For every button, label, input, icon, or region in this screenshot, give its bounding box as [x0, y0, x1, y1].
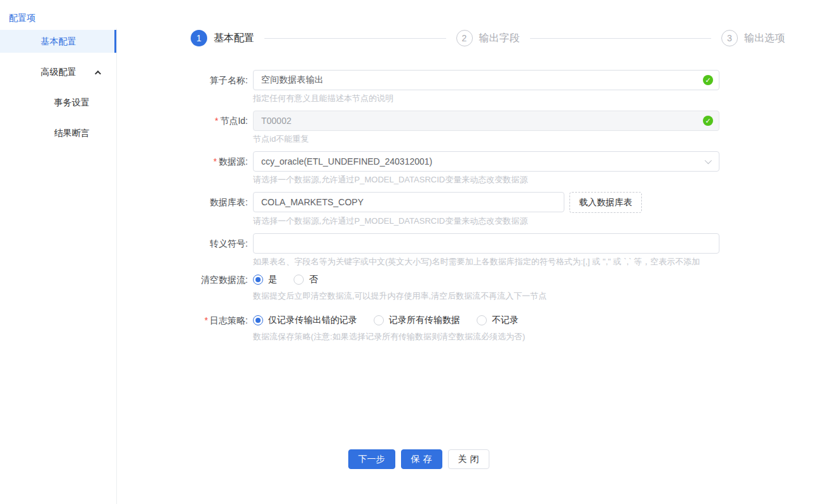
- field-label: *节点Id:: [191, 111, 248, 144]
- field-helper-text: 指定任何有意义且能描述本节点的说明: [253, 94, 719, 103]
- sidebar-item-advanced-config[interactable]: 高级配置: [0, 60, 116, 83]
- radio-unselected-icon: [477, 315, 487, 325]
- field-label: 清空数据流:: [191, 274, 248, 301]
- main-content: 1 基本配置 2 输出字段 3 输出选项 算子名称: ✓: [191, 30, 785, 341]
- sidebar-item-label: 基本配置: [41, 36, 76, 46]
- chevron-down-icon: [705, 157, 712, 164]
- escape-symbol-input[interactable]: [253, 233, 719, 254]
- radio-unselected-icon: [374, 315, 384, 325]
- field-datasource: *数据源: ccy_oracle(ETL_UNDEFINED_240312001…: [191, 151, 785, 184]
- step-connector: [530, 38, 712, 39]
- step-number: 1: [191, 30, 207, 46]
- step-basic-config[interactable]: 1 基本配置: [191, 30, 254, 46]
- field-label: *数据源:: [191, 151, 248, 184]
- required-asterisk: *: [214, 156, 217, 167]
- node-id-input: [253, 111, 719, 131]
- sidebar-item-result-assertion[interactable]: 结果断言: [0, 121, 116, 144]
- required-asterisk: *: [205, 315, 208, 325]
- datasource-select[interactable]: ccy_oracle(ETL_UNDEFINED_240312001): [253, 151, 719, 172]
- field-label: 算子名称:: [191, 70, 248, 103]
- radio-clear-stream-no[interactable]: 否: [294, 274, 318, 285]
- step-output-options[interactable]: 3 输出选项: [721, 30, 785, 46]
- field-clear-stream: 清空数据流: 是 否 数据提交后立即清空数据流,可以提升内存使用率,清空后数据流…: [191, 274, 785, 301]
- field-label: *日志策略:: [191, 315, 248, 341]
- radio-unselected-icon: [294, 275, 304, 285]
- datasource-selected-value: ccy_oracle(ETL_UNDEFINED_240312001): [261, 156, 432, 167]
- sidebar: 基本配置 高级配置 事务设置 结果断言: [0, 29, 117, 504]
- operator-config-page: 配置项 基本配置 高级配置 事务设置 结果断言 1 基本配置 2 输出字段: [0, 0, 837, 504]
- radio-selected-icon: [253, 275, 263, 285]
- step-number: 2: [456, 30, 473, 46]
- radio-clear-stream-yes[interactable]: 是: [253, 274, 277, 285]
- field-label: 数据库表:: [191, 192, 248, 226]
- step-label: 输出选项: [744, 32, 785, 45]
- field-node-id: *节点Id: ✓ 节点id不能重复: [191, 111, 785, 144]
- field-helper-text: 节点id不能重复: [253, 135, 719, 144]
- radio-selected-icon: [253, 315, 263, 325]
- sidebar-item-label: 结果断言: [54, 128, 90, 138]
- field-helper-text: 数据流保存策略(注意:如果选择记录所有传输数据则清空数据流必须选为否): [253, 332, 719, 341]
- field-helper-text: 数据提交后立即清空数据流,可以提升内存使用率,清空后数据流不再流入下一节点: [253, 292, 719, 301]
- field-label: 转义符号:: [191, 233, 248, 266]
- step-output-fields[interactable]: 2 输出字段: [456, 30, 520, 46]
- field-helper-text: 如果表名、字段名等为关键字或中文(英文大小写)名时需要加上各数据库指定的符号格式…: [253, 257, 719, 266]
- save-button[interactable]: 保存: [401, 449, 442, 469]
- required-asterisk: *: [215, 116, 218, 126]
- radio-log-all-data[interactable]: 记录所有传输数据: [374, 315, 460, 326]
- field-helper-text: 请选择一个数据源,允许通过P_MODEL_DATASRCID变量来动态改变数据源: [253, 175, 719, 184]
- config-form: 算子名称: ✓ 指定任何有意义且能描述本节点的说明 *节点Id: ✓: [191, 70, 785, 341]
- close-button[interactable]: 关闭: [448, 449, 489, 469]
- sidebar-item-basic-config[interactable]: 基本配置: [0, 30, 116, 53]
- load-db-tables-button[interactable]: 载入数据库表: [569, 192, 642, 213]
- field-operator-name: 算子名称: ✓ 指定任何有意义且能描述本节点的说明: [191, 70, 785, 103]
- field-helper-text: 请选择一个数据源,允许通过P_MODEL_DATASRCID变量来动态改变数据源: [253, 217, 719, 226]
- config-items-link[interactable]: 配置项: [9, 13, 36, 24]
- footer-actions: 下一步 保存 关闭: [0, 449, 837, 469]
- step-wizard: 1 基本配置 2 输出字段 3 输出选项: [191, 30, 785, 46]
- sidebar-item-label: 事务设置: [54, 97, 90, 107]
- step-connector: [264, 38, 446, 39]
- sidebar-item-transaction-settings[interactable]: 事务设置: [0, 91, 116, 114]
- chevron-up-icon: [95, 71, 101, 77]
- next-step-button[interactable]: 下一步: [348, 449, 395, 469]
- step-label: 输出字段: [479, 32, 520, 45]
- valid-check-icon: ✓: [703, 116, 713, 126]
- operator-name-input[interactable]: [253, 70, 719, 90]
- db-table-input[interactable]: [253, 192, 564, 212]
- step-label: 基本配置: [214, 32, 254, 45]
- valid-check-icon: ✓: [703, 75, 713, 85]
- step-number: 3: [721, 30, 738, 46]
- field-log-policy: *日志策略: 仅记录传输出错的记录 记录所有传输数据 不: [191, 315, 785, 341]
- field-db-table: 数据库表: 载入数据库表 请选择一个数据源,允许通过P_MODEL_DATASR…: [191, 192, 785, 226]
- sidebar-item-label: 高级配置: [41, 67, 76, 77]
- field-escape-symbol: 转义符号: 如果表名、字段名等为关键字或中文(英文大小写)名时需要加上各数据库指…: [191, 233, 785, 266]
- radio-log-errors-only[interactable]: 仅记录传输出错的记录: [253, 315, 357, 326]
- radio-log-none[interactable]: 不记录: [477, 315, 519, 326]
